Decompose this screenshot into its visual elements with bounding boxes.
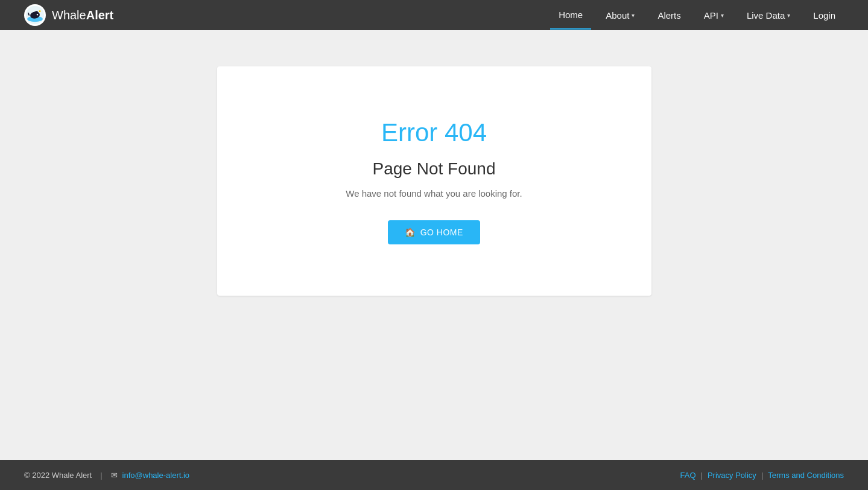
api-chevron-icon: ▾ <box>721 12 724 19</box>
nav-item-home: Home <box>550 1 591 30</box>
error-card: Error 404 Page Not Found We have not fou… <box>217 66 651 296</box>
navbar: WhaleAlert Home About ▾ Alerts API ▾ <box>0 0 868 30</box>
error-description: We have not found what you are looking f… <box>346 188 522 199</box>
footer-right: FAQ | Privacy Policy | Terms and Conditi… <box>680 471 844 480</box>
error-code: Error 404 <box>381 118 487 147</box>
copyright-text: © 2022 Whale Alert <box>24 471 92 480</box>
about-chevron-icon: ▾ <box>632 12 635 19</box>
home-icon: 🏠 <box>405 228 416 237</box>
nav-link-live-data[interactable]: Live Data ▾ <box>738 2 799 29</box>
footer-faq-link[interactable]: FAQ <box>680 471 696 480</box>
nav-link-alerts[interactable]: Alerts <box>649 2 689 29</box>
nav-item-api: API ▾ <box>695 2 732 29</box>
nav-item-alerts: Alerts <box>649 2 689 29</box>
footer: © 2022 Whale Alert | ✉ info@whale-alert.… <box>0 460 868 490</box>
brand-link[interactable]: WhaleAlert <box>24 4 113 26</box>
footer-sep-2: | <box>761 471 763 480</box>
nav-link-login[interactable]: Login <box>805 2 844 29</box>
go-home-button[interactable]: 🏠 GO HOME <box>388 220 480 244</box>
brand-logo <box>24 4 46 26</box>
footer-left: © 2022 Whale Alert | ✉ info@whale-alert.… <box>24 471 189 480</box>
nav-menu: Home About ▾ Alerts API ▾ Live Data ▾ <box>550 1 844 30</box>
main-content: Error 404 Page Not Found We have not fou… <box>0 30 868 460</box>
brand-name: WhaleAlert <box>52 8 113 22</box>
error-title: Page Not Found <box>373 159 496 179</box>
footer-divider-1: | <box>100 471 102 480</box>
nav-link-api[interactable]: API ▾ <box>695 2 732 29</box>
live-data-chevron-icon: ▾ <box>787 12 790 19</box>
logo-icon <box>25 5 45 25</box>
footer-sep-1: | <box>701 471 703 480</box>
nav-item-live-data: Live Data ▾ <box>738 2 799 29</box>
svg-point-3 <box>37 14 38 15</box>
nav-link-about[interactable]: About ▾ <box>597 2 643 29</box>
svg-point-4 <box>39 10 40 12</box>
nav-item-login: Login <box>805 2 844 29</box>
footer-terms-link[interactable]: Terms and Conditions <box>768 471 844 480</box>
nav-link-home[interactable]: Home <box>550 1 591 30</box>
nav-item-about: About ▾ <box>597 2 643 29</box>
envelope-icon: ✉ <box>111 471 118 480</box>
footer-privacy-link[interactable]: Privacy Policy <box>708 471 756 480</box>
footer-email-link[interactable]: info@whale-alert.io <box>122 471 189 480</box>
